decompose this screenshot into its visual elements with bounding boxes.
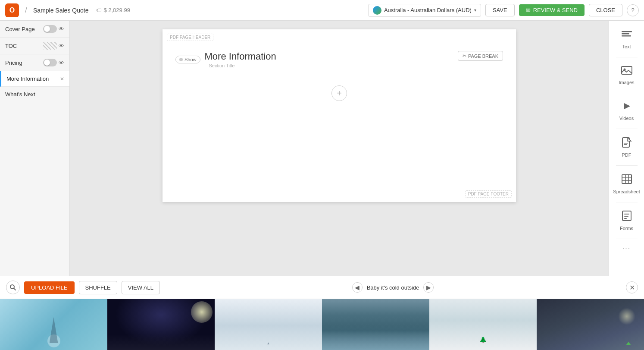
main-layout: Cover Page 👁 TOC 👁 Pricing 👁: [0, 21, 644, 350]
images-label: Images: [619, 80, 634, 85]
theme-name: Baby it's cold outside: [367, 284, 419, 291]
pdf-footer-label: PDF PAGE FOOTER: [465, 190, 512, 198]
videos-icon: [621, 101, 633, 114]
panel-divider-1: [616, 57, 638, 57]
right-panel-item-text[interactable]: Text: [611, 25, 642, 54]
page-canvas: PDF PAGE HEADER Show More Information Se…: [163, 29, 516, 202]
toc-pattern: [43, 42, 57, 50]
document-price: 🏷 $ 2,029.99: [96, 7, 130, 13]
theme-prev-button[interactable]: ◀: [352, 282, 363, 293]
images-strip: ▲ 🌲: [0, 299, 644, 350]
review-send-button[interactable]: ✉ REVIEW & SEND: [519, 4, 585, 16]
sidebar-label-cover-page: Cover Page: [5, 26, 35, 32]
topbar: O / Sample Sales Quote 🏷 $ 2,029.99 Aust…: [0, 0, 644, 21]
image-thumb-6[interactable]: [537, 299, 644, 350]
toc-controls: 👁: [43, 42, 64, 50]
svg-rect-7: [624, 143, 628, 144]
page-break-button[interactable]: ✂ PAGE BREAK: [458, 51, 503, 61]
svg-rect-9: [622, 175, 631, 183]
shuffle-button[interactable]: SHUFFLE: [79, 281, 117, 294]
show-toggle[interactable]: Show: [175, 56, 200, 63]
scissors-icon: ✂: [463, 53, 466, 59]
show-label: Show: [184, 57, 197, 62]
section-title-area: Show More Information Section Title: [175, 51, 276, 68]
document-title: Sample Sales Quote: [33, 7, 88, 14]
images-icon: [621, 65, 633, 78]
right-panel-item-spreadsheet[interactable]: Spreadsheet: [611, 169, 642, 199]
image-thumb-2[interactable]: [107, 299, 215, 350]
svg-marker-5: [624, 103, 630, 109]
svg-rect-16: [624, 216, 628, 217]
search-button[interactable]: [6, 281, 20, 294]
sidebar-item-toc[interactable]: TOC 👁: [0, 38, 69, 54]
pricing-eye-icon: 👁: [59, 60, 64, 66]
text-label: Text: [622, 44, 631, 49]
svg-rect-2: [622, 35, 631, 37]
right-panel-item-pdf[interactable]: PDF: [611, 132, 642, 162]
videos-label: Videos: [619, 116, 634, 121]
sidebar-label-whats-next: What's Next: [5, 91, 35, 98]
image-thumb-1[interactable]: [0, 299, 107, 350]
section-subtitle: Section Title: [209, 63, 276, 68]
sidebar-item-more-information[interactable]: More Information ✕: [0, 71, 69, 87]
bottom-panel: UPLOAD FILE SHUFFLE VIEW ALL ◀ Baby it's…: [0, 276, 644, 350]
breadcrumb-slash: /: [25, 6, 27, 15]
bottom-toolbar: UPLOAD FILE SHUFFLE VIEW ALL ◀ Baby it's…: [0, 276, 644, 299]
sidebar-item-whats-next[interactable]: What's Next: [0, 87, 69, 102]
text-icon: [621, 29, 633, 42]
add-content-button[interactable]: +: [331, 85, 347, 101]
bottom-close-button[interactable]: ✕: [626, 281, 638, 293]
svg-rect-0: [622, 31, 632, 32]
help-button[interactable]: ?: [627, 4, 639, 16]
eye-icon: 👁: [59, 26, 64, 32]
svg-rect-8: [624, 144, 627, 145]
forms-label: Forms: [620, 226, 633, 231]
pricing-controls: 👁: [43, 59, 64, 66]
cover-page-toggle[interactable]: [43, 25, 57, 33]
sidebar-label-pricing: Pricing: [5, 60, 22, 66]
cover-page-controls: 👁: [43, 25, 64, 33]
send-icon: ✉: [526, 7, 531, 13]
save-button[interactable]: SAVE: [485, 4, 515, 16]
image-thumb-5[interactable]: 🌲: [429, 299, 537, 350]
right-panel-item-images[interactable]: Images: [611, 61, 642, 89]
region-selector[interactable]: Australia - Australian Dollars (AUD) ▾: [368, 4, 481, 17]
upload-file-button[interactable]: UPLOAD FILE: [24, 281, 75, 294]
image-thumb-3[interactable]: ▲: [215, 299, 322, 350]
panel-divider-6: [616, 239, 638, 239]
svg-rect-15: [624, 214, 629, 214]
sidebar-item-cover-page[interactable]: Cover Page 👁: [0, 21, 69, 38]
section-title: More Information: [205, 51, 276, 62]
close-button[interactable]: CLOSE: [589, 4, 622, 16]
chevron-down-icon: ▾: [474, 8, 476, 13]
panel-divider-2: [616, 93, 638, 93]
panel-divider-3: [616, 129, 638, 129]
sidebar-label-more-information: More Information: [6, 76, 49, 82]
section-content: Show More Information Section Title ✂ PA…: [163, 29, 516, 144]
image-thumb-4[interactable]: [322, 299, 429, 350]
theme-navigation: ◀ Baby it's cold outside ▶: [352, 282, 434, 293]
pdf-header-label: PDF PAGE HEADER: [167, 34, 213, 41]
svg-line-19: [14, 288, 16, 290]
pdf-icon: [621, 137, 633, 151]
right-panel-item-videos[interactable]: Videos: [611, 97, 642, 125]
svg-rect-1: [622, 33, 629, 35]
view-all-button[interactable]: VIEW ALL: [122, 281, 160, 294]
pricing-toggle[interactable]: [43, 59, 57, 66]
right-panel-item-forms[interactable]: Forms: [611, 206, 642, 235]
globe-icon: [373, 6, 381, 15]
more-info-close-icon[interactable]: ✕: [60, 76, 64, 82]
sidebar-item-pricing[interactable]: Pricing 👁: [0, 54, 69, 71]
toggle-dot: [179, 58, 183, 61]
spreadsheet-icon: [621, 173, 633, 187]
toc-eye-icon: 👁: [59, 43, 64, 49]
pdf-label: PDF: [622, 152, 631, 158]
spreadsheet-label: Spreadsheet: [613, 189, 640, 194]
app-logo: O: [5, 3, 19, 17]
plus-icon: +: [337, 88, 342, 98]
theme-next-button[interactable]: ▶: [423, 282, 434, 293]
forms-icon: [621, 210, 633, 224]
panel-divider-5: [616, 202, 638, 202]
more-options-dots[interactable]: ···: [622, 244, 631, 252]
section-header: Show More Information Section Title ✂ PA…: [175, 51, 503, 68]
